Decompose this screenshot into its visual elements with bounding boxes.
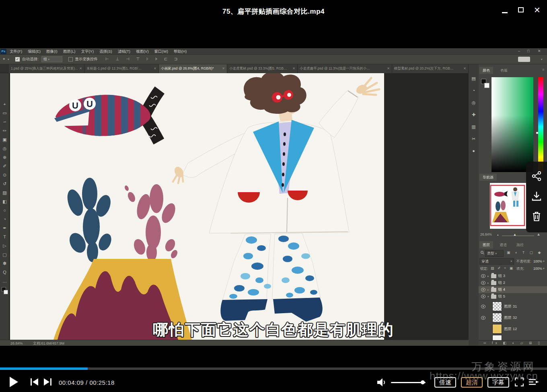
ps-close-button[interactable]: ✕ [538, 49, 541, 53]
menu-view[interactable]: 视图(V) [136, 49, 149, 54]
navigator-zoom-slider[interactable] [502, 236, 534, 236]
expand-arrow-icon[interactable]: ▸ [487, 281, 489, 285]
menu-type[interactable]: 文字(Y) [81, 49, 94, 54]
close-button[interactable]: ✕ [534, 5, 541, 15]
volcano-collage [53, 178, 192, 340]
play-button[interactable] [10, 377, 18, 387]
menu-edit[interactable]: 编辑(E) [28, 49, 41, 54]
opacity-label: 不透明度: [516, 259, 531, 264]
collapsed-panel-icons[interactable]: ▤ ◔ ◎ ✚ ▥ ✂ ● [469, 72, 479, 157]
tab-navigator[interactable]: 导航器 [479, 174, 497, 181]
doc-tab-5[interactable]: 小老虎扁平.psd @ 11.3%(我是一只快乐的小…✕ [298, 64, 392, 73]
share-button[interactable] [531, 170, 542, 182]
ps-minimize-button[interactable]: – [518, 49, 520, 53]
auto-select-checkbox[interactable]: ✓ [15, 57, 20, 62]
tab-channels[interactable]: 通道 [496, 241, 510, 248]
trash-icon [531, 211, 542, 222]
maximize-button[interactable] [518, 7, 524, 12]
layer-filter-dropdown[interactable]: 类型 ▾ [485, 250, 504, 257]
menu-image[interactable]: 图像(I) [46, 49, 58, 54]
layer-row-group4-selected[interactable]: ▸ 组 4 [479, 286, 547, 293]
menu-file[interactable]: 文件(F) [10, 49, 22, 54]
visibility-eye-icon[interactable] [481, 281, 485, 285]
hue-slider-marker [536, 132, 538, 134]
layer-thumbnail[interactable] [492, 302, 502, 311]
tab-close-icon[interactable]: ✕ [387, 64, 390, 73]
zoom-out-icon[interactable]: ▴ [497, 233, 499, 236]
opacity-value[interactable]: 100% [533, 259, 542, 263]
ps-canvas[interactable]: U U [10, 73, 384, 340]
volume-slider-knob[interactable] [421, 380, 425, 384]
tool-preset-caret-icon[interactable]: ▾ [8, 58, 9, 61]
menu-window[interactable]: 窗口(W) [154, 49, 168, 54]
quality-button[interactable]: 超清 [461, 377, 483, 388]
subtitle-toggle-button[interactable]: 字幕 [487, 377, 509, 388]
color-background-swatch[interactable] [484, 83, 489, 88]
volume-icon[interactable] [377, 378, 387, 387]
hue-slider[interactable] [538, 77, 543, 172]
tool-icons-column[interactable]: + ▭ ∽ ✏ ▣ ◎ ⊕ ✐ ⊙ ↺ ▨ ◧ ○ ◔ ✒ T ▷ ▢ ✽ Q … [0, 100, 9, 285]
playback-speed-button[interactable]: 倍速 [434, 377, 456, 388]
color-saturation-field[interactable] [491, 77, 533, 172]
background-color-swatch[interactable] [4, 290, 8, 294]
align-buttons-row[interactable]: ⊢ ⊥ ⊣ ⊤ ⊦ ⊧ ⊏ ⊐ [105, 57, 180, 61]
doc-tab-6[interactable]: 模型素材.psd @ 20.2%(左下方, RGB…✕ [392, 64, 469, 73]
layer-row-group2[interactable]: ▸ 组 2 [479, 279, 547, 286]
visibility-eye-icon[interactable] [481, 305, 485, 308]
tab-swatches[interactable]: 色板 [497, 67, 511, 74]
menu-layer[interactable]: 图层(L) [63, 49, 76, 54]
tab-paths[interactable]: 路径 [513, 241, 527, 248]
fullscreen-icon[interactable] [515, 378, 524, 386]
tab-close-icon[interactable]: ✕ [154, 64, 156, 73]
expand-arrow-icon[interactable]: ▸ [487, 288, 489, 291]
panel-menu-icon[interactable]: ≡ [542, 68, 544, 72]
tab-close-icon[interactable]: ✕ [292, 64, 295, 73]
doc-tab-1[interactable]: 1.psd @ 25%(插入版三种风格对比及背景)…✕ [9, 64, 84, 73]
show-transform-checkbox[interactable] [68, 57, 73, 62]
visibility-eye-icon[interactable] [481, 316, 485, 320]
ps-restore-button[interactable]: □ [527, 49, 529, 53]
options-caret-icon[interactable]: ▾ [541, 58, 543, 61]
layer-row-group3[interactable]: ▸ 组 3 [479, 273, 547, 279]
visibility-eye-icon[interactable] [481, 288, 485, 291]
photoshop-logo-icon: Ps [0, 49, 6, 54]
blend-mode-dropdown[interactable]: 穿透 ▾ [479, 258, 514, 265]
zoom-slider-thumb[interactable]: ▲ [513, 233, 516, 236]
tab-close-icon[interactable]: ✕ [79, 64, 82, 73]
menu-help[interactable]: 帮助(H) [174, 49, 187, 54]
menu-filter[interactable]: 滤镜(T) [118, 49, 130, 54]
fill-value[interactable]: 100% [533, 267, 542, 271]
minimize-button[interactable] [502, 12, 508, 13]
zoom-level-field[interactable]: 26.84% [10, 341, 23, 346]
chevron-down-icon[interactable]: ▾ [543, 260, 545, 263]
doc-tab-2[interactable]: 未标题-1.psd @ 12.3%(图1, RGB/…✕ [84, 64, 159, 73]
tab-close-icon[interactable]: ✕ [463, 64, 466, 73]
tab-close-icon[interactable]: ✕ [222, 64, 225, 73]
layer-row-layer31[interactable]: 图层 31 [479, 301, 547, 312]
previous-button[interactable] [31, 378, 39, 386]
doc-tab-3-active[interactable]: 小画家.psd @ 26.8%(图4, RGB/8)*✕ [159, 64, 227, 73]
visibility-eye-icon[interactable] [481, 295, 485, 298]
doc-tab-4[interactable]: 小老虎素材.psd @ 33.3%(图5, RGB…✕ [227, 64, 298, 73]
layer-filter-type-icons[interactable]: ▣ ◐ T ▢ ◆ [507, 250, 543, 254]
tab-color[interactable]: 颜色 [479, 67, 493, 74]
expand-arrow-icon[interactable]: ▸ [487, 275, 489, 278]
delete-button[interactable] [531, 211, 542, 222]
menu-select[interactable]: 选择(S) [99, 49, 112, 54]
layer-filter-search-icon [481, 251, 484, 254]
collapse-arrow-icon[interactable]: ▾ [487, 295, 489, 298]
auto-select-dropdown[interactable]: 组 ▾ [41, 56, 62, 62]
playlist-icon[interactable] [528, 378, 540, 386]
layer-row-group5[interactable]: ▾ 组 5 [479, 293, 547, 300]
zoom-in-icon[interactable]: ▲ [537, 232, 541, 236]
tab-layers[interactable]: 图层 [479, 241, 493, 248]
layers-bottom-actions[interactable]: ∞ fx ◧ ◐ ▱ ⊞ ▯ [479, 340, 547, 346]
download-button[interactable] [531, 191, 542, 202]
lock-option-icons[interactable]: ▨ ✐ + ▣ [491, 266, 514, 270]
next-button[interactable] [43, 378, 51, 386]
navigator-zoom-field[interactable]: 26.84% [480, 232, 492, 236]
workspace-switcher[interactable] [518, 57, 530, 62]
chevron-down-icon[interactable]: ▾ [543, 267, 545, 270]
ps-toolbar: + ▭ ∽ ✏ ▣ ◎ ⊕ ✐ ⊙ ↺ ▨ ◧ ○ ◔ ✒ T ▷ ▢ ✽ Q … [0, 73, 9, 340]
visibility-eye-icon[interactable] [481, 274, 485, 278]
